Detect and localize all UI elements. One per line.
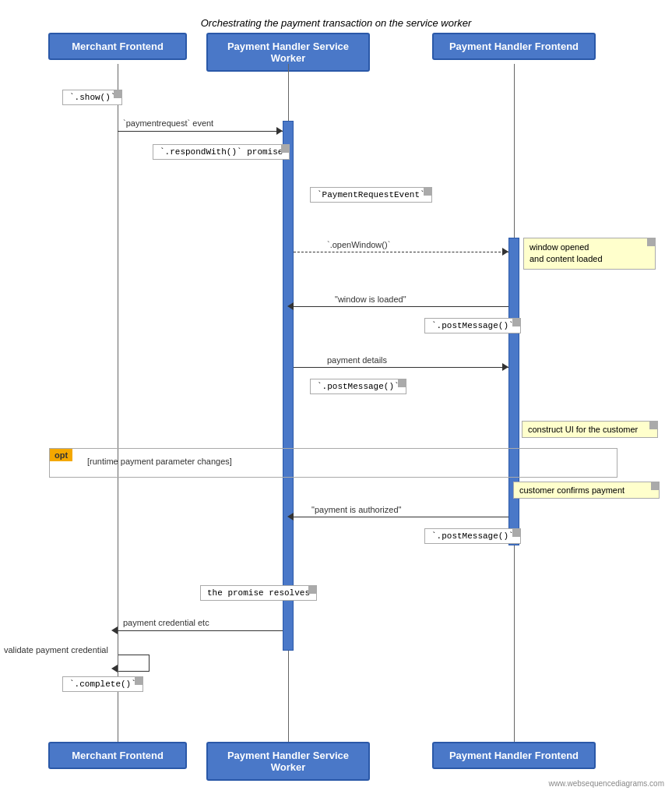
arrowhead-payment-authorized	[287, 513, 294, 521]
lifeline-service-worker-bottom: Payment Handler Service Worker	[206, 742, 370, 781]
arrowhead-openwindow	[502, 248, 508, 256]
footer: www.websequencediagrams.com	[549, 779, 664, 788]
note-postmessage3: `.postMessage()`	[424, 528, 521, 544]
diagram-container: Orchestrating the payment transaction on…	[0, 0, 672, 794]
arrow-paymentrequest	[118, 131, 283, 132]
arrow-payment-credential	[118, 630, 283, 631]
note-window-opened: window openedand content loaded	[523, 238, 656, 270]
label-window-loaded: "window is loaded"	[335, 295, 406, 304]
lifeline-merchant-top: Merchant Frontend	[48, 33, 187, 60]
arrowhead-window-loaded	[287, 302, 294, 310]
lifeline-line-merchant	[118, 64, 118, 742]
self-arrow-validate	[118, 655, 150, 672]
arrow-payment-authorized	[294, 517, 508, 517]
opt-label: opt	[50, 449, 72, 461]
arrowhead-validate	[111, 665, 118, 672]
label-payment-credential: payment credential etc	[123, 618, 209, 627]
note-postmessage1: `.postMessage()`	[424, 318, 521, 333]
opt-container: opt [runtime payment parameter changes]	[49, 448, 617, 478]
arrow-window-loaded	[294, 306, 508, 307]
opt-condition: [runtime payment parameter changes]	[87, 457, 232, 466]
note-complete: `.complete()`	[62, 676, 143, 692]
label-validate: validate payment credential	[4, 645, 108, 655]
lifeline-payment-frontend-top: Payment Handler Frontend	[432, 33, 596, 60]
label-paymentrequest: `paymentrequest` event	[123, 118, 213, 128]
arrow-payment-details	[294, 367, 508, 368]
label-openwindow: `.openWindow()`	[327, 240, 390, 249]
note-construct-ui: construct UI for the customer	[522, 421, 658, 438]
arrowhead-payment-details	[502, 363, 508, 371]
note-show: `.show()`	[62, 90, 122, 105]
arrow-openwindow	[294, 252, 508, 252]
label-payment-authorized: "payment is authorized"	[311, 505, 401, 514]
note-postmessage2: `.postMessage()`	[310, 379, 406, 394]
label-payment-details: payment details	[327, 355, 387, 365]
active-box-payment-frontend	[508, 238, 519, 545]
note-customer-confirms: customer confirms payment	[513, 482, 660, 499]
note-respondwith: `.respondWith()` promise	[153, 144, 290, 160]
arrowhead-payment-credential	[111, 626, 118, 634]
note-paymentrequesteevent: `PaymentRequestEvent`	[310, 187, 432, 203]
note-promise-resolves: the promise resolves	[200, 585, 317, 601]
arrowhead-paymentrequest	[276, 127, 283, 135]
active-box-service-worker	[283, 121, 294, 651]
lifeline-payment-frontend-bottom: Payment Handler Frontend	[432, 742, 596, 769]
lifeline-merchant-bottom: Merchant Frontend	[48, 742, 187, 769]
